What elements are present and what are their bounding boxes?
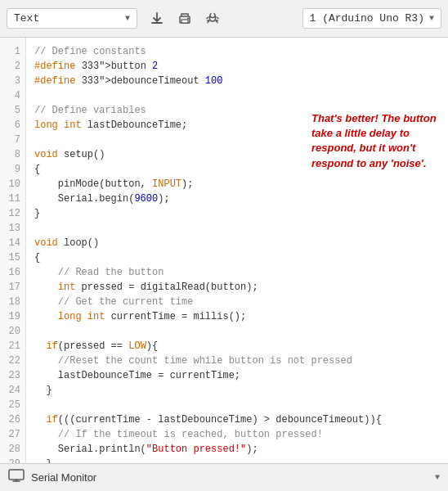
line-number: 8	[0, 147, 25, 162]
statusbar-label: Serial Monitor	[31, 471, 96, 484]
line-number: 26	[0, 412, 25, 427]
code-line: int pressed = digitalRead(button);	[34, 280, 448, 295]
code-line	[34, 221, 448, 236]
code-line: }	[34, 457, 448, 463]
svg-rect-1	[181, 20, 188, 23]
code-line: long int currentTime = millis();	[34, 309, 448, 324]
line-number: 21	[0, 339, 25, 354]
line-number: 24	[0, 383, 25, 398]
code-line: lastDebounceTime = currentTime;	[34, 368, 448, 383]
statusbar[interactable]: Serial Monitor ▼	[0, 463, 448, 491]
print-button[interactable]	[175, 9, 195, 29]
code-line: Serial.println("Button pressed!");	[34, 442, 448, 457]
code-line: if(((currentTime - lastDebounceTime) > d…	[34, 412, 448, 427]
code-line: if(pressed == LOW){	[34, 339, 448, 354]
code-line	[34, 324, 448, 339]
text-dropdown-arrow: ▼	[125, 14, 130, 23]
code-line: }	[34, 383, 448, 398]
toolbar-right: 1 (Arduino Uno R3) ▼	[302, 8, 441, 29]
code-line: //Reset the count time while button is n…	[34, 354, 448, 368]
debug-button[interactable]	[203, 9, 222, 29]
line-number: 23	[0, 368, 25, 383]
statusbar-arrow: ▼	[435, 473, 440, 482]
line-number: 4	[0, 88, 25, 103]
line-number: 15	[0, 250, 25, 265]
code-line: #define 333">debounceTimeout 100	[34, 74, 448, 88]
toolbar-icons	[147, 9, 222, 29]
line-number: 17	[0, 280, 25, 295]
line-numbers: 1234567891011121314151617181920212223242…	[0, 38, 26, 463]
board-dropdown-arrow: ▼	[429, 14, 434, 23]
download-button[interactable]	[147, 9, 167, 29]
svg-rect-3	[9, 470, 24, 480]
line-number: 28	[0, 442, 25, 457]
text-dropdown-label: Text	[14, 12, 39, 25]
code-line: {	[34, 250, 448, 265]
serial-monitor-icon	[8, 469, 25, 486]
toolbar: Text ▼ 1 (Arduino Un	[0, 0, 448, 38]
line-number: 25	[0, 398, 25, 412]
line-number: 22	[0, 354, 25, 368]
code-line: // Get the current time	[34, 295, 448, 309]
code-line: pinMode(button, INPUT);	[34, 177, 448, 191]
line-number: 2	[0, 59, 25, 74]
code-line: #define 333">button 2	[34, 59, 448, 74]
line-number: 29	[0, 457, 25, 463]
line-number: 9	[0, 162, 25, 177]
board-label: 1 (Arduino Uno R3)	[310, 12, 424, 25]
line-number: 19	[0, 309, 25, 324]
line-number: 1	[0, 44, 25, 59]
line-number: 5	[0, 103, 25, 118]
code-content[interactable]: // Define constants#define 333">button 2…	[26, 38, 448, 463]
code-line: void loop()	[34, 236, 448, 250]
line-number: 12	[0, 206, 25, 221]
line-number: 11	[0, 191, 25, 206]
text-dropdown[interactable]: Text ▼	[7, 8, 137, 29]
code-line: // Define constants	[34, 44, 448, 59]
line-number: 13	[0, 221, 25, 236]
board-dropdown[interactable]: 1 (Arduino Uno R3) ▼	[302, 8, 441, 29]
annotation: That's better! The button take a little …	[311, 111, 438, 171]
line-number: 16	[0, 265, 25, 280]
line-number: 3	[0, 74, 25, 88]
line-number: 6	[0, 118, 25, 133]
line-number: 18	[0, 295, 25, 309]
code-area: 1234567891011121314151617181920212223242…	[0, 38, 448, 463]
svg-point-2	[187, 17, 189, 19]
line-number: 10	[0, 177, 25, 191]
code-line: }	[34, 206, 448, 221]
line-number: 27	[0, 427, 25, 442]
line-number: 7	[0, 133, 25, 147]
code-line	[34, 398, 448, 412]
code-line: // Read the button	[34, 265, 448, 280]
line-number: 14	[0, 236, 25, 250]
code-line: // If the timeout is reached, button pre…	[34, 427, 448, 442]
code-line	[34, 88, 448, 103]
line-number: 20	[0, 324, 25, 339]
code-line: Serial.begin(9600);	[34, 191, 448, 206]
